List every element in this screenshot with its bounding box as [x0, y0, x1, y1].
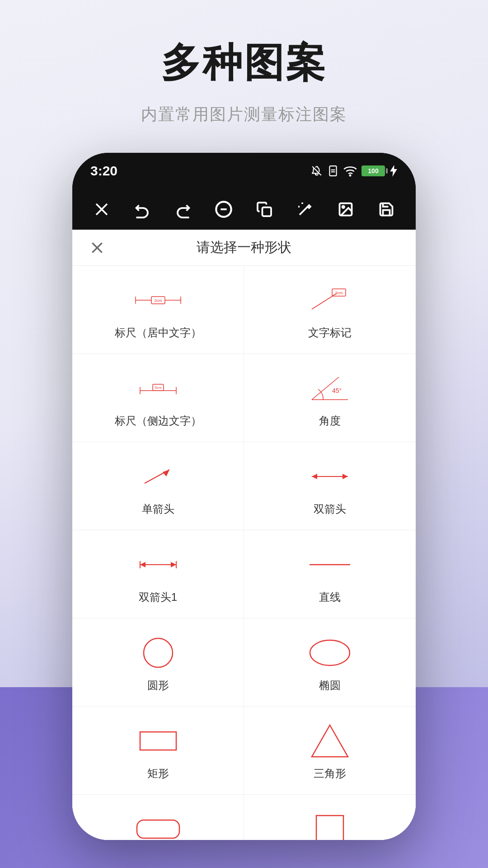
shape-label-circle: 圆形: [147, 678, 169, 693]
toolbar: [72, 189, 416, 230]
shape-item-square[interactable]: 正方形: [244, 795, 416, 840]
shape-label-single-arrow: 单箭头: [142, 502, 174, 516]
close-toolbar-icon[interactable]: [90, 198, 113, 221]
copy-icon[interactable]: [253, 198, 276, 221]
svg-rect-46: [316, 816, 343, 840]
status-bar: 3:20 100: [72, 153, 416, 189]
svg-marker-31: [163, 470, 169, 476]
svg-text:2cm: 2cm: [335, 291, 343, 295]
shape-label-ellipse: 椭圆: [319, 678, 341, 693]
shape-label-text-mark: 文字标记: [308, 326, 352, 340]
page-title-area: 多种图案 内置常用图片测量标注图案: [141, 36, 347, 126]
shape-item-ruler-center[interactable]: 2cm 标尺（居中文字）: [72, 266, 244, 354]
modal-header: 请选择一种形状: [72, 230, 416, 266]
double-arrow-1-icon: [131, 547, 185, 583]
rounded-rect-icon: [133, 811, 183, 840]
svg-marker-39: [171, 562, 176, 567]
page-subtitle: 内置常用图片测量标注图案: [141, 104, 347, 126]
text-mark-icon: 2cm: [303, 282, 357, 318]
shape-label-rectangle: 矩形: [147, 766, 169, 781]
shape-label-line: 直线: [319, 590, 341, 604]
wifi-icon: [343, 165, 357, 177]
svg-rect-43: [140, 732, 176, 750]
svg-point-42: [310, 640, 350, 665]
image-icon[interactable]: [334, 198, 357, 221]
ruler-side-icon: 5cm: [131, 370, 185, 406]
double-arrow-icon: [303, 458, 357, 495]
svg-marker-44: [312, 725, 348, 757]
svg-point-1: [350, 175, 351, 176]
shape-item-rectangle[interactable]: 矩形: [72, 707, 244, 795]
svg-line-21: [312, 293, 337, 309]
svg-rect-6: [263, 208, 272, 217]
modal-close-button[interactable]: [86, 236, 108, 259]
phone-content: 请选择一种形状 2cm 标尺（居中文字）: [72, 230, 416, 840]
svg-text:45°: 45°: [332, 387, 342, 394]
shape-item-rounded-rect[interactable]: 圆角矩形: [72, 795, 244, 840]
ruler-center-icon: 2cm: [131, 282, 185, 318]
page-main-title: 多种图案: [141, 36, 347, 90]
shape-item-ellipse[interactable]: 椭圆: [244, 618, 416, 707]
status-icons: 100: [311, 165, 398, 177]
shape-item-text-mark[interactable]: 2cm 文字标记: [244, 266, 416, 354]
phone-mockup: 3:20 100: [72, 153, 416, 840]
battery-icon: 100: [361, 165, 385, 176]
circle-icon: [140, 635, 176, 671]
shape-item-triangle[interactable]: 三角形: [244, 707, 416, 795]
shape-label-double-arrow-1: 双箭头1: [139, 590, 177, 604]
angle-icon: 45°: [307, 370, 352, 406]
svg-point-11: [343, 206, 345, 208]
shape-label-double-arrow: 双箭头: [314, 502, 346, 516]
shape-item-ruler-side[interactable]: 5cm 标尺（侧边文字）: [72, 354, 244, 442]
magic-wand-icon[interactable]: [293, 198, 317, 221]
svg-marker-34: [343, 474, 348, 479]
shape-item-angle[interactable]: 45° 角度: [244, 354, 416, 442]
shape-item-double-arrow[interactable]: 双箭头: [244, 442, 416, 530]
single-arrow-icon: [136, 458, 181, 495]
svg-rect-45: [137, 820, 179, 838]
svg-text:5cm: 5cm: [155, 386, 161, 390]
svg-point-41: [144, 638, 173, 667]
shape-item-double-arrow-1[interactable]: 双箭头1: [72, 530, 244, 618]
shape-grid: 2cm 标尺（居中文字） 2cm 文字标记: [72, 266, 416, 840]
triangle-icon: [310, 723, 350, 759]
sim-icon: [327, 165, 339, 177]
redo-icon[interactable]: [171, 198, 195, 221]
shape-label-triangle: 三角形: [314, 766, 346, 781]
square-icon: [314, 811, 346, 840]
svg-rect-0: [329, 166, 336, 176]
modal-sheet: 请选择一种形状 2cm 标尺（居中文字）: [72, 230, 416, 840]
bell-slash-icon: [311, 165, 323, 177]
undo-icon[interactable]: [131, 198, 154, 221]
status-time: 3:20: [90, 163, 117, 179]
minus-circle-icon[interactable]: [212, 198, 235, 221]
svg-marker-33: [312, 474, 317, 479]
rectangle-icon: [136, 723, 181, 759]
ellipse-icon: [307, 635, 352, 671]
shape-label-ruler-side: 标尺（侧边文字）: [115, 414, 202, 428]
svg-line-7: [300, 207, 308, 215]
svg-text:2cm: 2cm: [154, 298, 162, 303]
shape-item-single-arrow[interactable]: 单箭头: [72, 442, 244, 530]
shape-label-ruler-center: 标尺（居中文字）: [115, 326, 202, 340]
shape-item-line[interactable]: 直线: [244, 530, 416, 618]
save-icon[interactable]: [375, 198, 398, 221]
modal-title: 请选择一种形状: [197, 238, 291, 257]
shape-item-circle[interactable]: 圆形: [72, 618, 244, 707]
svg-marker-38: [140, 562, 145, 567]
charging-icon: [389, 165, 398, 177]
line-icon: [303, 547, 357, 583]
shape-label-angle: 角度: [319, 414, 341, 428]
